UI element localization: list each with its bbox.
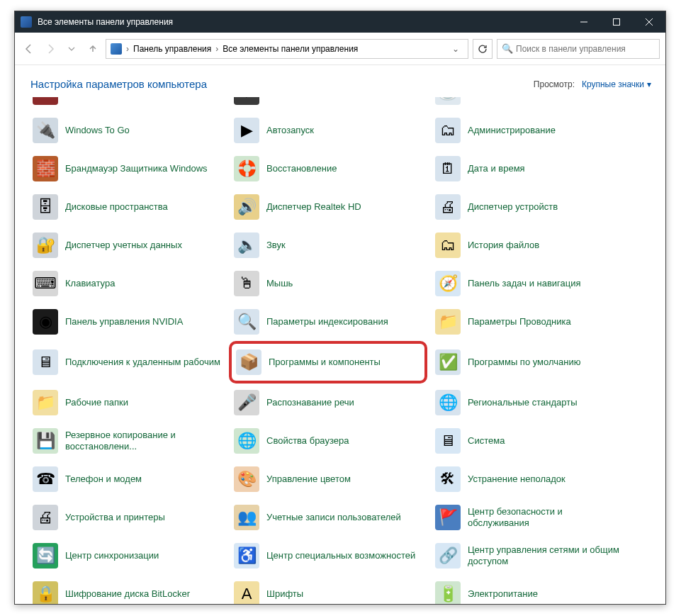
search-icon: 🔍 — [502, 43, 513, 54]
item-label: Программы и компоненты — [269, 357, 381, 368]
cp-item-storage[interactable]: 🗄Дисковые пространства — [28, 188, 226, 226]
cp-item-taskbar[interactable]: 🧭Панель задач и навигация — [430, 264, 629, 303]
cp-item-recovery[interactable]: 🛟Восстановление — [229, 150, 427, 188]
minimize-button[interactable] — [568, 11, 600, 33]
view-label: Просмотр: — [534, 79, 575, 89]
device-icon: 🖨 — [435, 194, 461, 220]
search-input[interactable] — [516, 44, 655, 54]
item-label: Брандмауэр Защитника Windows — [65, 163, 208, 174]
cp-item-sync[interactable]: 🔄Центр синхронизации — [28, 537, 226, 575]
item-label: Резервное копирование и восстановлени... — [65, 430, 221, 452]
cp-item-datetime[interactable]: 🗓Дата и время — [430, 150, 629, 188]
phone-icon: ☎ — [33, 466, 58, 492]
cp-item-device[interactable]: 🖨Диспетчер устройств — [430, 188, 629, 226]
cp-item-security[interactable]: 🚩Центр безопасности и обслуживания — [430, 498, 629, 537]
firewall-icon: 🧱 — [33, 156, 58, 181]
refresh-button[interactable] — [473, 39, 493, 59]
breadcrumb[interactable]: › Панель управления › Все элементы панел… — [106, 39, 468, 59]
cp-item-speech[interactable]: 🎤Распознавание речи — [229, 383, 427, 422]
item-label: Система — [468, 435, 505, 447]
cp-item-fonts[interactable]: AШрифты — [229, 575, 427, 604]
cp-item-firewall[interactable]: 🧱Брандмауэр Защитника Windows — [28, 150, 226, 188]
troubleshoot-icon: 🛠 — [435, 466, 461, 492]
cp-item-phone[interactable]: ☎Телефон и модем — [28, 460, 226, 498]
programs-icon: 📦 — [236, 349, 261, 375]
item-label: Устранение неполадок — [468, 474, 565, 485]
cp-item-rdp[interactable]: 🖥Подключения к удаленным рабочим — [28, 341, 226, 383]
item-label: Мышь — [266, 278, 293, 289]
item-label: Панель управления NVIDIA — [65, 316, 183, 327]
power-icon: 🔋 — [435, 581, 461, 604]
breadcrumb-dropdown[interactable]: ⌄ — [448, 44, 463, 54]
scroll-area[interactable]: fFlash Player (32 бита)⚙IObit Uninstalle… — [15, 97, 665, 604]
cp-item-flash[interactable]: fFlash Player (32 бита) — [28, 97, 226, 111]
cp-item-users[interactable]: 👥Учетные записи пользователей — [229, 498, 427, 537]
cp-item-wtg[interactable]: 🔌Windows To Go — [28, 111, 226, 150]
item-label: Flash Player (32 бита) — [65, 97, 157, 98]
item-label: Региональные стандарты — [468, 397, 577, 408]
cp-item-explorer[interactable]: 📁Параметры Проводника — [430, 303, 629, 341]
cp-item-power[interactable]: 🔋Электропитание — [430, 575, 629, 604]
mouse-icon: 🖱 — [234, 271, 259, 296]
backup-icon: 💾 — [33, 428, 58, 454]
cp-item-sound[interactable]: 🔈Звук — [229, 226, 427, 264]
item-label: Java (32 бита) — [468, 97, 529, 98]
internet-icon: 🌐 — [234, 428, 259, 454]
maximize-button[interactable] — [600, 11, 633, 33]
window-controls — [568, 11, 665, 33]
cp-item-nvidia[interactable]: ◉Панель управления NVIDIA — [28, 303, 226, 341]
cp-item-ease[interactable]: ♿Центр специальных возможностей — [229, 537, 427, 575]
cp-item-mouse[interactable]: 🖱Мышь — [229, 264, 427, 303]
recent-locations-button[interactable] — [63, 40, 80, 57]
item-label: Клавиатура — [65, 278, 115, 289]
up-button[interactable] — [84, 40, 101, 57]
cp-item-admin[interactable]: 🗂Администрирование — [430, 111, 629, 150]
cp-item-keyboard[interactable]: ⌨Клавиатура — [28, 264, 226, 303]
cp-item-system[interactable]: 🖥Система — [430, 422, 629, 460]
item-label: Восстановление — [266, 163, 337, 174]
item-label: Программы по умолчанию — [468, 357, 580, 368]
cp-item-troubleshoot[interactable]: 🛠Устранение неполадок — [430, 460, 629, 498]
cp-item-workfolders[interactable]: 📁Рабочие папки — [28, 383, 226, 422]
cp-item-color[interactable]: 🎨Управление цветом — [229, 460, 427, 498]
cp-item-iobit[interactable]: ⚙IObit Uninstaller — [229, 97, 427, 111]
forward-button[interactable] — [42, 40, 59, 57]
item-label: Центр специальных возможностей — [266, 550, 415, 561]
breadcrumb-part[interactable]: Все элементы панели управления — [223, 44, 358, 54]
nvidia-icon: ◉ — [33, 309, 58, 335]
item-label: Панель задач и навигация — [468, 278, 581, 289]
storage-icon: 🗄 — [33, 194, 58, 220]
app-icon — [21, 16, 32, 28]
cp-item-network[interactable]: 🔗Центр управления сетями и общим доступо… — [430, 537, 629, 575]
item-label: Звук — [266, 240, 286, 251]
datetime-icon: 🗓 — [435, 156, 461, 181]
search-box[interactable]: 🔍 — [497, 39, 660, 59]
cp-item-defaults[interactable]: ✅Программы по умолчанию — [430, 341, 629, 383]
cp-item-devices[interactable]: 🖨Устройства и принтеры — [28, 498, 226, 537]
cp-item-programs[interactable]: 📦Программы и компоненты — [232, 344, 424, 381]
breadcrumb-part[interactable]: Панель управления — [133, 44, 211, 54]
cp-item-backup[interactable]: 💾Резервное копирование и восстановлени..… — [28, 422, 226, 460]
cp-item-java[interactable]: ☕Java (32 бита) — [430, 97, 629, 111]
cp-item-autoplay[interactable]: ▶Автозапуск — [229, 111, 427, 150]
item-label: Центр безопасности и обслуживания — [468, 506, 624, 528]
devices-icon: 🖨 — [33, 505, 58, 530]
cp-item-indexing[interactable]: 🔍Параметры индексирования — [229, 303, 427, 341]
cp-item-history[interactable]: 🗂История файлов — [430, 226, 629, 264]
realtek-icon: 🔊 — [234, 194, 259, 220]
chevron-right-icon: › — [214, 44, 220, 54]
navbar: › Панель управления › Все элементы панел… — [15, 33, 665, 65]
cp-item-realtek[interactable]: 🔊Диспетчер Realtek HD — [229, 188, 427, 226]
cp-item-bitlocker[interactable]: 🔒Шифрование диска BitLocker — [28, 575, 226, 604]
back-button[interactable] — [21, 40, 38, 57]
highlighted-item: 📦Программы и компоненты — [229, 341, 427, 383]
cp-item-cred[interactable]: 🔐Диспетчер учетных данных — [28, 226, 226, 264]
close-button[interactable] — [633, 11, 665, 33]
page-title: Настройка параметров компьютера — [30, 78, 207, 90]
item-label: Распознавание речи — [266, 397, 354, 408]
system-icon: 🖥 — [435, 428, 461, 454]
view-dropdown[interactable]: Крупные значки ▾ — [582, 79, 651, 89]
cp-item-region[interactable]: 🌐Региональные стандарты — [430, 383, 629, 422]
cp-item-internet[interactable]: 🌐Свойства браузера — [229, 422, 427, 460]
item-label: Параметры Проводника — [468, 316, 571, 327]
